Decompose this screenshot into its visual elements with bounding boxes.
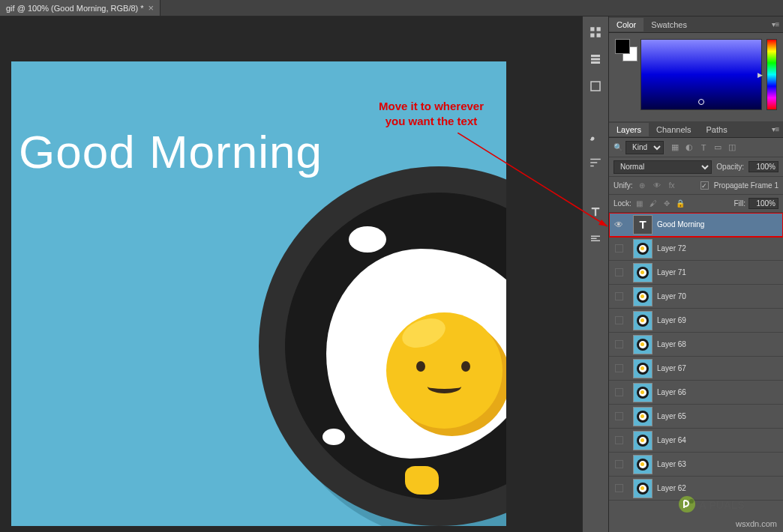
fill-value-input[interactable]: 100% [748, 198, 778, 209]
filter-type-icon[interactable]: T [698, 142, 709, 153]
blend-mode-select[interactable]: Normal [614, 160, 712, 174]
layer-visibility-toggle[interactable] [609, 484, 628, 492]
tool-icon-1[interactable] [586, 22, 605, 42]
eye-icon: 👁 [614, 220, 623, 230]
filter-shape-icon[interactable]: ▭ [712, 142, 723, 153]
layer-name-label[interactable]: Layer 66 [657, 388, 686, 396]
layer-name-label[interactable]: Layer 65 [657, 412, 686, 420]
svg-rect-5 [597, 34, 601, 37]
paragraph-tool-icon[interactable] [586, 229, 605, 249]
layer-visibility-toggle[interactable] [609, 412, 628, 420]
svg-rect-3 [597, 27, 601, 31]
layer-name-label[interactable]: Layer 72 [657, 244, 686, 253]
right-panel-dock: Color Swatches ▾≡ ▶ Layers Channels Path… [609, 16, 783, 532]
opacity-value-input[interactable]: 100% [748, 161, 778, 172]
layer-visibility-toggle[interactable] [609, 436, 628, 444]
layer-visibility-toggle[interactable] [609, 244, 628, 253]
layer-thumbnail [633, 431, 652, 450]
visibility-empty-icon [615, 340, 623, 348]
swatches-tab[interactable]: Swatches [644, 18, 694, 31]
lock-pixels-icon[interactable]: 🖌 [648, 199, 658, 209]
document-tab-title: gif @ 100% (Good Morning, RGB/8) * [6, 4, 144, 13]
visibility-empty-icon [615, 460, 623, 468]
document-tab[interactable]: gif @ 100% (Good Morning, RGB/8) * × [0, 0, 160, 16]
visibility-empty-icon [615, 436, 623, 444]
tool-icon-2[interactable] [586, 49, 605, 69]
layer-visibility-toggle[interactable]: 👁 [609, 220, 628, 230]
layer-name-label[interactable]: Layer 63 [657, 460, 686, 468]
layer-visibility-toggle[interactable] [609, 364, 628, 372]
adjustment-tool-icon[interactable] [586, 153, 605, 172]
unify-row: Unify: ⊕ 👁 fx ✓ Propagate Frame 1 [609, 177, 783, 195]
layers-panel-menu-icon[interactable]: ▾≡ [768, 125, 783, 133]
layer-row[interactable]: Layer 64 [609, 429, 783, 453]
lock-transparency-icon[interactable]: ▦ [634, 199, 645, 209]
propagate-frame-checkbox[interactable]: ✓ [700, 181, 709, 190]
close-tab-icon[interactable]: × [148, 2, 154, 13]
layer-name-label[interactable]: Layer 69 [657, 316, 686, 324]
layer-thumbnail [633, 455, 652, 474]
lock-label: Lock: [614, 199, 632, 208]
layer-thumbnail [633, 311, 652, 330]
layer-name-label[interactable]: Layer 62 [657, 484, 686, 492]
site-watermark: wsxdn.com [736, 519, 777, 528]
layer-row[interactable]: Layer 69 [609, 309, 783, 333]
type-tool-icon[interactable] [586, 202, 605, 222]
layer-row[interactable]: Layer 71 [609, 261, 783, 285]
vertical-tool-dock [582, 16, 609, 532]
layers-tab[interactable]: Layers [609, 123, 649, 136]
opacity-label: Opacity: [716, 163, 744, 171]
color-tab[interactable]: Color [609, 18, 644, 31]
filter-smart-icon[interactable]: ◫ [727, 142, 737, 153]
layer-row[interactable]: Layer 68 [609, 333, 783, 357]
layer-row[interactable]: Layer 67 [609, 357, 783, 381]
svg-point-7 [679, 496, 695, 513]
layer-row[interactable]: Layer 66 [609, 381, 783, 405]
visibility-empty-icon [615, 244, 623, 253]
layer-visibility-toggle[interactable] [609, 460, 628, 468]
layer-name-label[interactable]: Layer 70 [657, 292, 686, 300]
layer-visibility-toggle[interactable] [609, 268, 628, 276]
layer-name-label[interactable]: Layer 64 [657, 436, 686, 444]
filter-adjustment-icon[interactable]: ◐ [684, 142, 694, 153]
layer-row[interactable]: Layer 72 [609, 237, 783, 261]
layer-row[interactable]: 👁TGood Morning [609, 213, 783, 237]
layer-visibility-toggle[interactable] [609, 292, 628, 300]
layer-thumbnail [633, 383, 652, 402]
unify-visibility-icon[interactable]: 👁 [651, 180, 663, 192]
layer-visibility-toggle[interactable] [609, 316, 628, 324]
paths-tab[interactable]: Paths [699, 123, 735, 136]
layer-filter-kind-select[interactable]: Kind [626, 141, 664, 154]
unify-position-icon[interactable]: ⊕ [636, 180, 648, 192]
unify-style-icon[interactable]: fx [666, 180, 678, 192]
layer-visibility-toggle[interactable] [609, 340, 628, 348]
layer-name-label[interactable]: Layer 68 [657, 340, 686, 348]
lock-all-icon[interactable]: 🔒 [675, 199, 686, 209]
svg-rect-6 [591, 82, 600, 91]
document-tab-bar: gif @ 100% (Good Morning, RGB/8) * × [0, 0, 783, 16]
layer-thumbnail [633, 407, 652, 426]
channels-tab[interactable]: Channels [649, 123, 698, 136]
tool-icon-3[interactable] [586, 76, 605, 96]
document-canvas[interactable]: Good Morning [11, 61, 506, 526]
layer-list: 👁TGood MorningLayer 72Layer 71Layer 70La… [609, 213, 783, 532]
layer-name-label[interactable]: Layer 67 [657, 364, 686, 372]
foreground-background-swatches[interactable] [615, 39, 636, 115]
filter-pixel-icon[interactable]: ▦ [670, 142, 680, 153]
canvas-workspace: Good Morning Move it to wherever you wan… [0, 16, 582, 532]
hue-slider[interactable] [766, 39, 777, 110]
color-panel-menu-icon[interactable]: ▾≡ [768, 20, 783, 28]
brush-tool-icon[interactable] [586, 126, 605, 145]
layer-visibility-toggle[interactable] [609, 388, 628, 396]
svg-rect-4 [590, 34, 594, 37]
layer-row[interactable]: Layer 65 [609, 405, 783, 429]
layer-name-label[interactable]: Layer 71 [657, 268, 686, 276]
layers-panel-body: 🔍 Kind ▦ ◐ T ▭ ◫ Normal Opacity: 100% [609, 138, 783, 532]
text-layer-content[interactable]: Good Morning [19, 125, 322, 178]
layer-name-label[interactable]: Good Morning [657, 220, 704, 229]
lock-position-icon[interactable]: ✥ [662, 199, 672, 209]
color-picker-field[interactable]: ▶ [640, 39, 762, 110]
foreground-color-swatch[interactable] [615, 39, 630, 54]
layer-row[interactable]: Layer 70 [609, 285, 783, 309]
layer-row[interactable]: Layer 63 [609, 453, 783, 477]
